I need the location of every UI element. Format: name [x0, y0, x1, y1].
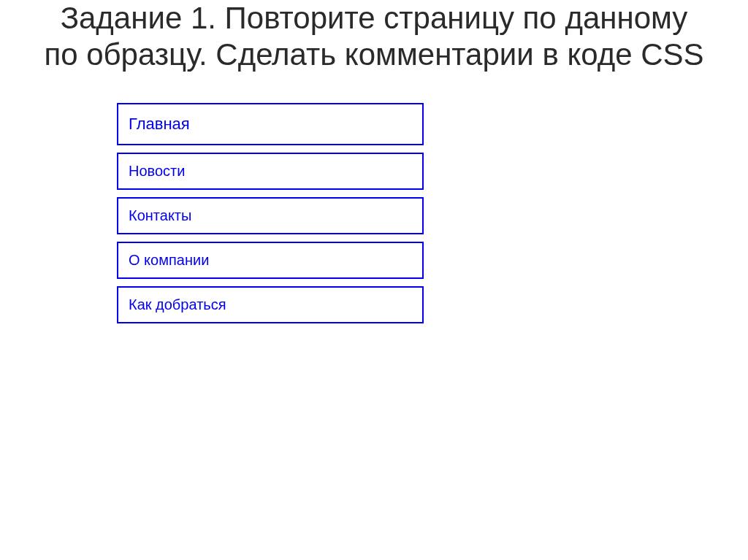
menu-item-label: Контакты: [129, 207, 191, 223]
menu-item-home[interactable]: Главная: [117, 103, 424, 145]
menu-item-directions[interactable]: Как добраться: [117, 286, 424, 323]
menu-list: Главная Новости Контакты О компании Как …: [117, 103, 424, 323]
menu-item-label: Главная: [129, 115, 190, 133]
menu-item-about[interactable]: О компании: [117, 242, 424, 279]
menu-item-label: Новости: [129, 163, 185, 179]
task-heading: Задание 1. Повторите страницу по данному…: [0, 0, 748, 103]
menu-item-contacts[interactable]: Контакты: [117, 197, 424, 234]
menu-item-label: Как добраться: [129, 296, 226, 312]
menu-item-label: О компании: [129, 252, 209, 268]
menu-item-news[interactable]: Новости: [117, 153, 424, 190]
